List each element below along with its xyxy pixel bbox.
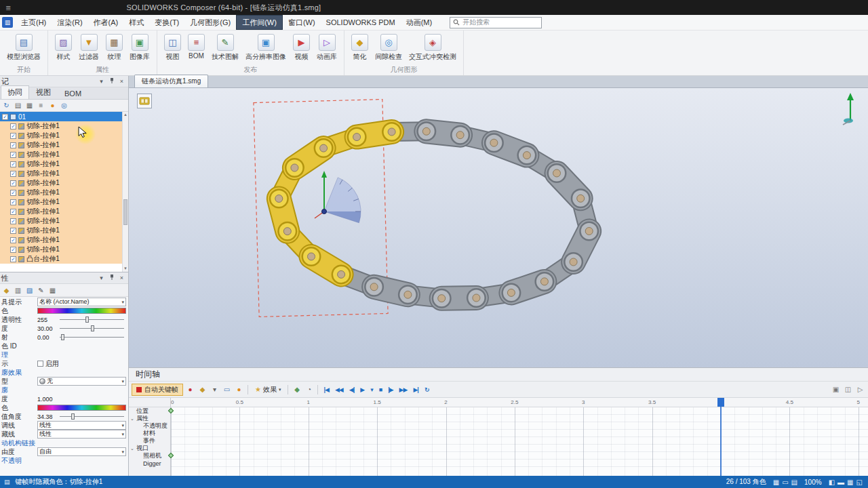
checkbox-checked[interactable]: ✓ [10,247,16,253]
timeline-track[interactable] [171,460,868,467]
tree-item[interactable]: ✓切除-拉伸1 [0,235,122,245]
menu-item-3[interactable]: 样式 [123,15,149,30]
ribbon-button-model-browser[interactable]: ▤模型浏览器 [3,33,44,62]
tree-item[interactable]: ✓切除-拉伸1 [0,169,122,178]
tree-item[interactable]: ✓切除-拉伸1 [0,226,122,235]
file-menu-button[interactable]: ▥ [2,17,13,28]
tree-item[interactable]: ✓切除-拉伸1 [0,140,122,150]
time-mode-icon[interactable]: ◔ [304,384,314,394]
checkbox-checked[interactable]: ✓ [10,171,16,177]
go-end-button[interactable]: ▶| [411,385,420,394]
tree-item[interactable]: ✓切除-拉伸1 [0,131,122,140]
chain-model[interactable] [129,88,868,367]
timeline-ruler[interactable]: 00.511.522.533.544.55 [171,398,868,407]
property-dropdown[interactable]: 自由▾ [37,447,126,456]
property-dropdown[interactable]: 名称 (Actor.Name)▾ [37,298,126,306]
checkbox-checked[interactable]: ✓ [10,209,16,215]
display-icon[interactable]: ▭ [782,479,788,486]
tree-item[interactable]: ✓切除-拉伸1 [0,188,122,197]
assembly-tab-2[interactable]: BOM [58,87,88,99]
timeline-row-label[interactable]: 材料 [129,430,170,437]
tree-item[interactable]: ✓切除-拉伸1 [0,150,122,159]
ground-icon[interactable]: ▬ [837,479,844,486]
ribbon-button-simplify[interactable]: ◆简化 [348,33,372,62]
rewind-button[interactable]: ◀◀ [333,385,345,394]
timeline-row-label[interactable]: 照相机 [129,452,170,460]
checkbox-checked[interactable]: ✓ [10,218,16,224]
timeline-zoom-icon[interactable]: ▣ [831,384,841,394]
ribbon-button-styles[interactable]: ▨样式 [52,33,75,62]
color-gradient-bar[interactable] [37,308,126,314]
timeline-row-label[interactable]: ⌄视口 [129,445,170,452]
menu-item-2[interactable]: 作者(A) [88,15,124,30]
animation-mode-badge[interactable] [137,94,152,108]
grid-icon[interactable]: ▦ [47,285,58,296]
add-key-icon[interactable]: ◆ [197,384,208,394]
slider-thumb[interactable] [85,317,89,323]
camera-key-icon[interactable]: ▭ [222,384,232,394]
expand-all-icon[interactable]: ▤ [13,100,23,110]
tree-item[interactable]: ✓切除-拉伸1 [0,207,122,216]
panel-menu-icon[interactable]: ▾ [97,274,106,283]
play-button[interactable]: ▶ [358,385,366,394]
checkbox-checked[interactable]: ✓ [10,199,16,205]
property-dropdown[interactable]: 线性▾ [37,430,126,439]
checkbox-checked[interactable]: ✓ [10,228,16,234]
checkbox-checked[interactable]: ✓ [10,190,16,196]
step-back-button[interactable]: ◀| [347,385,356,394]
search-box[interactable]: 开始搜索 [450,17,542,28]
checkbox-checked[interactable]: ✓ [10,161,16,167]
menu-item-6[interactable]: 工作间(W) [236,15,283,30]
close-icon[interactable]: × [117,274,126,283]
tree-item[interactable]: ✓切除-拉伸1 [0,121,122,131]
render-mode-icon[interactable]: ◧ [829,479,835,486]
network-icon[interactable]: ▦ [773,479,779,486]
property-dropdown[interactable]: 线性▾ [37,421,126,430]
ribbon-button-hires-image[interactable]: ▣高分辨率图像 [242,33,290,62]
color-gradient-bar[interactable] [37,405,126,411]
ribbon-button-collision-detect[interactable]: ◈交互式冲突检测 [406,33,460,62]
checkbox-checked[interactable]: ✓ [2,114,8,120]
list-icon[interactable]: ≡ [36,100,46,110]
tree-scrollbar[interactable]: ▲ ▼ [122,112,128,272]
menu-item-0[interactable]: 主页(H) [16,15,52,30]
ribbon-button-clearance-check[interactable]: ◎间隙检查 [372,33,406,62]
timeline-row-label[interactable]: 不透明度 [129,422,170,430]
slider-track[interactable] [60,317,124,323]
menu-item-8[interactable]: SOLIDWORKS PDM [321,15,401,30]
menu-item-1[interactable]: 渲染(R) [52,15,87,30]
timeline-grid[interactable] [171,407,868,476]
checkbox-checked[interactable]: ✓ [10,237,16,243]
copy-style-icon[interactable]: ▥ [13,285,23,296]
timeline-track[interactable] [171,445,868,452]
ribbon-button-texture[interactable]: ▦纹理 [102,33,126,62]
slider-thumb[interactable] [61,334,64,340]
timeline-track[interactable] [171,415,868,422]
pencil-icon[interactable]: ✎ [36,285,46,296]
slider-track[interactable] [60,325,124,331]
menu-item-5[interactable]: 几何图形(G) [184,15,236,30]
timeline-track[interactable] [171,407,868,415]
grid-toggle-icon[interactable]: ▦ [847,479,853,486]
key-menu-icon[interactable]: ▾ [210,384,220,394]
checkbox-checked[interactable]: ✓ [10,180,16,186]
stop-button[interactable]: ■ [377,385,384,394]
record-key-icon[interactable]: ● [185,384,195,394]
property-dropdown[interactable]: 无▾ [37,377,126,386]
tree-item[interactable]: ✓凸台-拉伸1 [0,254,122,264]
menu-item-7[interactable]: 窗口(W) [283,15,321,30]
viewport-3d[interactable] [129,88,868,367]
keyframe-icon[interactable]: ◆ [1,285,12,296]
tree-item[interactable]: ✓切除-拉伸1 [0,197,122,207]
ribbon-button-filters[interactable]: ▼过滤器 [75,33,102,62]
visibility-icon[interactable]: ● [47,100,58,110]
scroll-up-icon[interactable]: ▲ [123,112,127,118]
checkbox-checked[interactable]: ✓ [10,256,16,262]
scroll-down-icon[interactable]: ▼ [123,266,127,272]
scroll-track[interactable] [123,118,128,266]
timeline-pan-icon[interactable]: ◫ [843,384,853,394]
settings-icon[interactable]: ◎ [59,100,69,110]
ribbon-button-animation-library[interactable]: ▷动画库 [313,33,340,62]
assembly-tab-1[interactable]: 视图 [29,85,58,99]
checkbox-unchecked[interactable] [37,361,43,367]
